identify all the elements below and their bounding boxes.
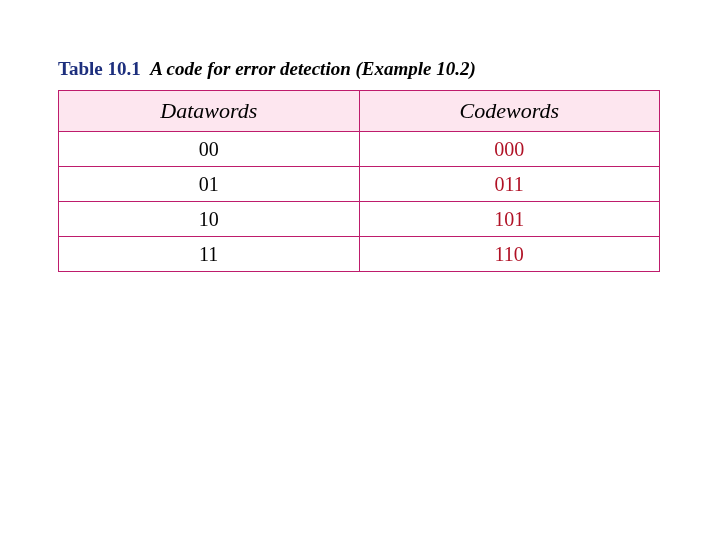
table-row: 10 101 [59,202,660,237]
table-header-row: Datawords Codewords [59,91,660,132]
table-caption-text: A code for error detection (Example 10.2… [150,58,476,79]
dataword-cell: 01 [59,167,360,202]
code-table: Datawords Codewords 00 000 01 011 10 101… [58,90,660,272]
codeword-cell: 011 [359,167,660,202]
dataword-cell: 11 [59,237,360,272]
table-caption-label: Table 10.1 [58,58,141,79]
table-row: 00 000 [59,132,660,167]
col-header-codewords: Codewords [359,91,660,132]
table-row: 01 011 [59,167,660,202]
codeword-cell: 000 [359,132,660,167]
codeword-cell: 110 [359,237,660,272]
table-caption: Table 10.1 A code for error detection (E… [58,58,672,80]
codeword-cell: 101 [359,202,660,237]
dataword-cell: 00 [59,132,360,167]
col-header-datawords: Datawords [59,91,360,132]
slide-page: Table 10.1 A code for error detection (E… [0,0,720,540]
dataword-cell: 10 [59,202,360,237]
table-row: 11 110 [59,237,660,272]
